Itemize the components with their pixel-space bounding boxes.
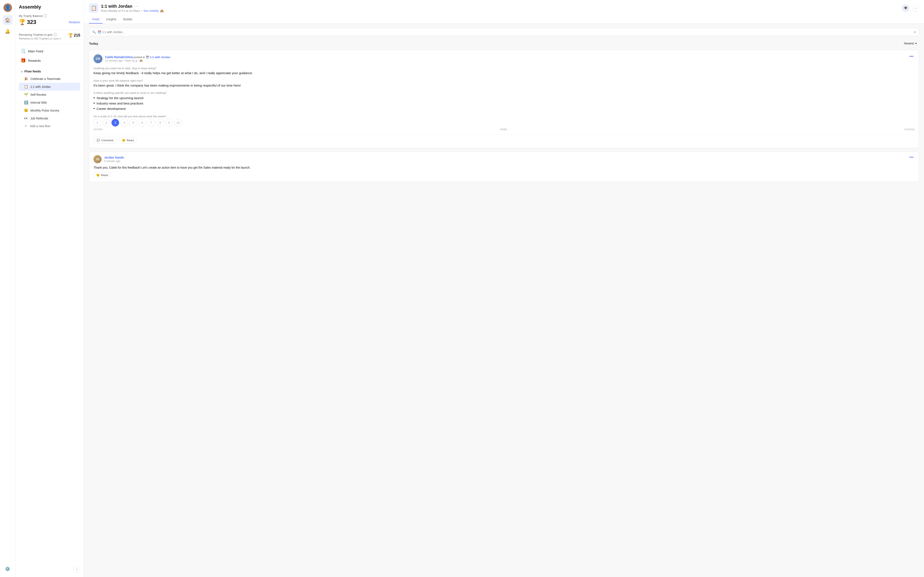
refreshes-text: Refreshes to 500 Trophies on June 1 — [19, 37, 61, 40]
flow-monthly-pulse-label: Monthly Pulse Survey — [31, 109, 59, 112]
main-nav-section: 🗒️ Main Feed 🎁 Rewards — [19, 44, 80, 65]
tab-feed[interactable]: Feed — [89, 15, 103, 24]
reply-react-button[interactable]: 🙂 React — [94, 172, 111, 178]
remaining-label: Remaining Trophies to give i — [19, 33, 61, 36]
feed-date: Today — [89, 42, 98, 45]
tab-insights[interactable]: Insights — [103, 15, 120, 24]
post-author-line: Caleb Ramakrishna posted in 🗓️ 1:1 with … — [105, 55, 170, 59]
rating-10[interactable]: 10 — [174, 119, 182, 127]
rewards-icon: 🎁 — [21, 58, 26, 63]
internal-wiki-icon: ℹ️ — [24, 100, 28, 105]
trophy-balance-section: My Trophy Balance i 🏆 323 Redeem — [19, 14, 80, 28]
post-card: CR Caleb Ramakrishna posted in 🗓️ 1:1 wi… — [89, 50, 919, 148]
reply-author-info: Jordan Sands 6 minutes ago — [104, 156, 124, 163]
settings-icon: ⚙️ — [5, 566, 10, 571]
nav-main-feed-label: Main Feed — [28, 49, 43, 53]
feed-content: 🔍 ▾ Today Newest ▾ CR Caleb Ra — [84, 24, 924, 577]
reply-card: JS Jordan Sands 6 minutes ago ••• Thank … — [89, 152, 919, 182]
app-title: Assembly — [19, 4, 80, 10]
flow-self-review-label: Self Review — [31, 93, 46, 97]
flow-item-1on1[interactable]: 📋 1:1 with Jordan — [19, 83, 80, 90]
eye-icon: 👁️ — [903, 6, 908, 10]
collapse-panel-button[interactable]: ‹ — [73, 566, 80, 573]
flow-internal-wiki-label: Internal Wiki — [31, 101, 47, 104]
flow-menu-dots[interactable]: ··· — [134, 4, 139, 8]
eye-button[interactable]: 👁️ — [902, 4, 909, 12]
home-nav-icon[interactable]: 🏠 — [3, 15, 12, 25]
sort-button[interactable]: Newest ▾ — [902, 40, 919, 47]
celebrate-icon: 🎉 — [24, 77, 28, 81]
flow-item-internal-wiki[interactable]: ℹ️ Internal Wiki — [19, 98, 80, 106]
flow-item-job-referrals[interactable]: 👀 Job Referrals — [19, 114, 80, 122]
redeem-link[interactable]: Redeem — [69, 21, 80, 24]
flow-item-self-review[interactable]: 🌱 Self Review — [19, 90, 80, 98]
collapse-icon: ▲ — [21, 70, 23, 73]
search-input[interactable] — [97, 31, 913, 34]
answer-2: It's been great. I think the company has… — [94, 83, 914, 88]
feed-date-row: Today Newest ▾ — [89, 40, 919, 47]
post-author-row: CR Caleb Ramakrishna posted in 🗓️ 1:1 wi… — [94, 54, 170, 63]
bullet-item-3: Career development — [94, 106, 914, 111]
flow-celebrate-label: Celebrate a Teammate — [31, 77, 61, 81]
flow-item-celebrate[interactable]: 🎉 Celebrate a Teammate — [19, 75, 80, 83]
post-flow-link[interactable]: 🗓️ 1:1 with Jordan — [145, 56, 170, 59]
notifications-icon[interactable]: 🔔 — [3, 26, 12, 36]
rating-1[interactable]: 1 — [94, 119, 101, 127]
chevron-right-icon: › — [915, 6, 916, 10]
user-avatar[interactable]: 👤 — [3, 3, 12, 12]
rating-scale: 1 2 3 4 5 6 7 8 9 10 — [94, 119, 914, 127]
search-dropdown-icon[interactable]: ▾ — [914, 31, 916, 34]
bullet-item-1: Strategy for the upcoming launch — [94, 95, 914, 101]
reply-more-button[interactable]: ••• — [909, 155, 914, 160]
rating-labels: Horrible Alright Amazing — [94, 128, 914, 131]
remaining-info-icon[interactable]: i — [53, 33, 57, 36]
post-author-name[interactable]: Caleb Ramakrishna — [105, 55, 133, 59]
flow-feeds-header[interactable]: ▲ Flow feeds — [19, 68, 80, 75]
comment-icon: 💬 — [97, 139, 100, 142]
comment-button[interactable]: 💬 Comment — [94, 137, 116, 143]
remaining-trophies-section: Remaining Trophies to give i Refreshes t… — [19, 30, 80, 40]
flow-feeds-label: Flow feeds — [24, 69, 41, 73]
rating-6[interactable]: 6 — [138, 119, 146, 127]
job-referrals-icon: 👀 — [24, 116, 28, 120]
question-1: Anything you need me to start, stop or k… — [94, 67, 914, 70]
collapse-chevron-icon: ‹ — [76, 567, 78, 571]
react-button[interactable]: 🙂 React — [119, 137, 137, 143]
reply-header: JS Jordan Sands 6 minutes ago ••• — [94, 155, 914, 163]
home-icon: 🏠 — [5, 18, 10, 23]
flow-feeds-section: ▲ Flow feeds 🎉 Celebrate a Teammate 📋 1:… — [19, 68, 80, 130]
rating-9[interactable]: 9 — [165, 119, 173, 127]
rating-2[interactable]: 2 — [102, 119, 110, 127]
react-icon: 🙂 — [122, 139, 125, 142]
settings-icon-btn[interactable]: ⚙️ — [3, 564, 12, 574]
visibility-post-icon: 🙈 — [139, 59, 143, 62]
post-meta: 12 minutes ago • Seen by 1 • 🙈 — [105, 59, 170, 62]
rating-5[interactable]: 5 — [129, 119, 137, 127]
nav-rewards[interactable]: 🎁 Rewards — [19, 56, 80, 65]
visibility-icon: 🙈 — [160, 9, 164, 13]
see-visibility-link[interactable]: See visibility — [143, 9, 159, 12]
flow-item-monthly-pulse[interactable]: 😊 Monthly Pulse Survey — [19, 106, 80, 114]
rating-7[interactable]: 7 — [147, 119, 155, 127]
trophy-balance-info-icon[interactable]: i — [44, 14, 47, 18]
flow-1on1-label: 1:1 with Jordan — [31, 85, 51, 89]
collapse-btn-section: ‹ — [19, 562, 80, 573]
add-flow-item[interactable]: + Add a new flow — [19, 122, 80, 130]
rating-3[interactable]: 3 — [111, 119, 119, 127]
nav-main-feed[interactable]: 🗒️ Main Feed — [19, 47, 80, 56]
reply-author-row: JS Jordan Sands 6 minutes ago — [94, 155, 124, 163]
bell-icon: 🔔 — [5, 29, 10, 34]
tab-builder[interactable]: Builder — [120, 15, 136, 24]
add-flow-plus-icon: + — [24, 124, 28, 128]
flow-title: 1:1 with Jordan — [101, 4, 132, 9]
flow-header-top: 📋 1:1 with Jordan ··· Runs Weekly on Fri… — [89, 3, 919, 13]
rating-4[interactable]: 4 — [120, 119, 128, 127]
post-more-button[interactable]: ••• — [909, 54, 914, 59]
add-flow-label: Add a new flow — [30, 124, 50, 128]
chevron-right-button[interactable]: › — [912, 5, 919, 11]
flow-job-referrals-label: Job Referrals — [31, 117, 48, 120]
rating-8[interactable]: 8 — [156, 119, 164, 127]
reply-author-name[interactable]: Jordan Sands — [104, 156, 124, 159]
search-bar[interactable]: 🔍 ▾ — [89, 28, 919, 36]
seen-count-link[interactable]: 1 — [136, 59, 137, 62]
